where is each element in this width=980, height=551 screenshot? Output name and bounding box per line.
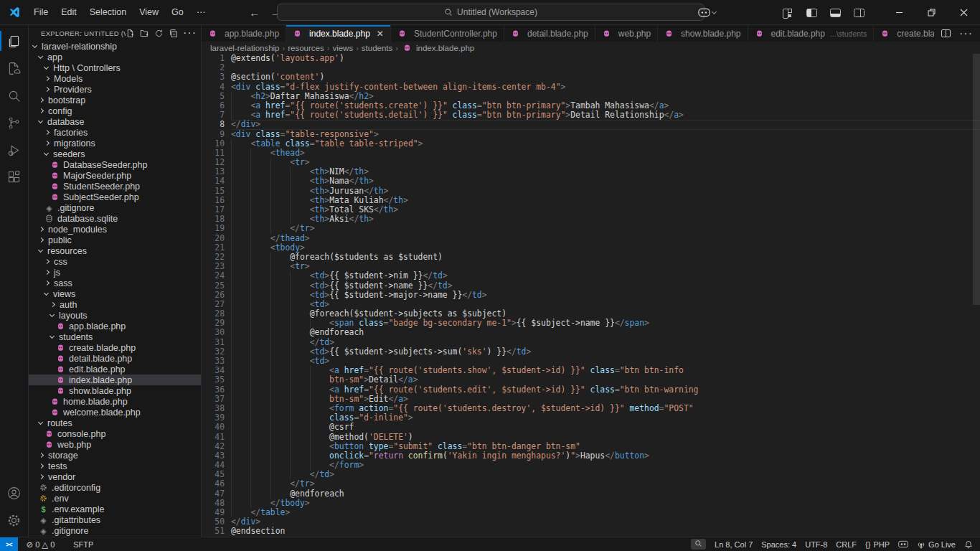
tree-folder-js[interactable]: js — [29, 267, 201, 278]
tree-file-SubjectSeeder.php[interactable]: SubjectSeeder.php — [29, 192, 201, 202]
tree-file-detail.blade.php[interactable]: detail.blade.php — [29, 353, 201, 364]
menu-item-[interactable]: ⋯ — [190, 4, 212, 21]
screencast-zoom-button[interactable] — [691, 539, 706, 550]
indentation-status[interactable]: Spaces: 4 — [757, 537, 801, 551]
tree-folder-public[interactable]: public — [29, 235, 201, 245]
tree-file-.env[interactable]: .env — [29, 493, 201, 504]
problems-status[interactable]: ⊘ 0 △ 0 — [22, 537, 60, 551]
tree-folder-layouts[interactable]: layouts — [29, 310, 201, 321]
tree-folder-resources[interactable]: resources — [29, 245, 201, 256]
collapse-all-icon[interactable] — [169, 29, 178, 38]
menu-item-selection[interactable]: Selection — [83, 4, 133, 21]
editor-scrollbar[interactable] — [973, 54, 980, 305]
tree-file-welcome.blade.php[interactable]: welcome.blade.php — [29, 407, 201, 418]
breadcrumb-item-laravel-relationship[interactable]: laravel-relationship — [210, 44, 280, 52]
nav-back-icon[interactable]: ← — [249, 6, 260, 19]
remote-indicator[interactable]: >< — [0, 537, 18, 551]
tree-file-.editorconfig[interactable]: .editorconfig — [29, 482, 201, 493]
breadcrumb-item-views[interactable]: views — [332, 44, 353, 52]
customize-layout-icon[interactable] — [783, 9, 793, 17]
tab-create.blade.php[interactable]: create.blade.php...\students — [874, 25, 934, 42]
tree-file-DatabaseSeeder.php[interactable]: DatabaseSeeder.php — [29, 159, 201, 170]
tree-file-.env.example[interactable]: $.env.example — [29, 504, 201, 514]
window-minimize-button[interactable] — [883, 1, 915, 25]
new-folder-icon[interactable] — [140, 29, 149, 38]
editor-more-actions-icon[interactable]: ··· — [959, 27, 973, 40]
tree-file-.gitattributes[interactable]: ◈.gitattributes — [29, 514, 201, 525]
tab-web.php[interactable]: web.php — [595, 25, 658, 42]
tree-folder-database[interactable]: database — [29, 116, 201, 127]
tree-folder-Providers[interactable]: Providers — [29, 84, 201, 95]
activitybar-search[interactable] — [0, 82, 29, 109]
copilot-menu[interactable] — [698, 8, 721, 17]
toggle-primary-sidebar-icon[interactable] — [806, 9, 817, 17]
tree-folder-students[interactable]: students — [29, 331, 201, 342]
tree-file-database.sqlite[interactable]: database.sqlite — [29, 213, 201, 224]
tree-folder-sass[interactable]: sass — [29, 278, 201, 288]
activitybar-extensions[interactable] — [0, 164, 29, 191]
tab-close-icon[interactable]: ✕ — [377, 29, 384, 39]
tree-folder-factories[interactable]: factories — [29, 127, 201, 138]
tree-file-create.blade.php[interactable]: create.blade.php — [29, 342, 201, 353]
menu-item-file[interactable]: File — [27, 4, 55, 21]
split-editor-icon[interactable] — [941, 29, 951, 37]
window-close-button[interactable] — [948, 1, 980, 25]
eol-status[interactable]: CRLF — [831, 537, 861, 551]
tree-folder-bootstrap[interactable]: bootstrap — [29, 95, 201, 105]
tree-folder-tests[interactable]: tests — [29, 461, 201, 471]
activitybar-source-control[interactable] — [0, 109, 29, 136]
tab-StudentController.php[interactable]: StudentController.php — [391, 25, 504, 42]
activitybar-settings[interactable] — [0, 507, 29, 534]
tree-folder-migrations[interactable]: migrations — [29, 138, 201, 149]
menu-item-go[interactable]: Go — [165, 4, 190, 21]
tab-edit.blade.php[interactable]: edit.blade.php...\students — [748, 25, 875, 42]
tree-file-edit.blade.php[interactable]: edit.blade.php — [29, 364, 201, 375]
feedback-status[interactable] — [894, 537, 913, 551]
activitybar-account[interactable] — [0, 479, 29, 507]
tab-show.blade.php[interactable]: show.blade.php — [658, 25, 748, 42]
breadcrumb-item-index.blade.php[interactable]: index.blade.php — [416, 44, 474, 52]
tree-file-show.blade.php[interactable]: show.blade.php — [29, 385, 201, 396]
breadcrumb-item-students[interactable]: students — [362, 44, 392, 52]
tree-folder-Http-Controllers[interactable]: Http \ Controllers — [29, 62, 201, 73]
activitybar-run-debug[interactable] — [0, 136, 29, 164]
more-actions-icon[interactable]: ··· — [183, 27, 197, 39]
tree-file-MajorSeeder.php[interactable]: MajorSeeder.php — [29, 170, 201, 181]
toggle-secondary-sidebar-icon[interactable] — [854, 9, 864, 17]
menu-item-view[interactable]: View — [133, 4, 165, 21]
go-live-status[interactable]: Go Live — [913, 537, 960, 551]
tree-folder-auth[interactable]: auth — [29, 299, 201, 310]
tree-folder-css[interactable]: css — [29, 256, 201, 267]
toggle-panel-icon[interactable] — [830, 9, 841, 17]
tree-folder-seeders[interactable]: seeders — [29, 149, 201, 159]
tree-file-console.php[interactable]: console.php — [29, 428, 201, 439]
tree-folder-Models[interactable]: Models — [29, 73, 201, 84]
tree-file-StudentSeeder.php[interactable]: StudentSeeder.php — [29, 181, 201, 192]
tree-folder-node-modules[interactable]: node_modules — [29, 224, 201, 235]
tab-app.blade.php[interactable]: app.blade.php — [202, 25, 286, 42]
new-file-icon[interactable] — [126, 29, 135, 38]
tree-file-.gitignore[interactable]: ◈.gitignore — [29, 525, 201, 536]
tree-file-web.php[interactable]: web.php — [29, 439, 201, 450]
notifications-bell[interactable] — [960, 537, 980, 551]
activitybar-remote-files[interactable] — [0, 55, 29, 82]
encoding-status[interactable]: UTF-8 — [801, 537, 831, 551]
command-center-search[interactable]: Untitled (Workspace) — [277, 4, 705, 21]
tab-detail.blade.php[interactable]: detail.blade.php — [504, 25, 595, 42]
activitybar-explorer[interactable] — [0, 27, 29, 55]
tree-folder-storage[interactable]: storage — [29, 450, 201, 461]
breadcrumb-item-resources[interactable]: resources — [288, 44, 324, 52]
code-editor[interactable]: 1@extends('layouts.app')23@section('cont… — [202, 54, 980, 537]
tab-index.blade.php[interactable]: index.blade.php✕ — [286, 25, 391, 42]
refresh-icon[interactable] — [154, 29, 164, 38]
tree-folder-vendor[interactable]: vendor — [29, 471, 201, 482]
cursor-position[interactable]: Ln 8, Col 7 — [710, 537, 757, 551]
tree-folder-views[interactable]: views — [29, 288, 201, 299]
tree-file-app.blade.php[interactable]: app.blade.php — [29, 321, 201, 331]
tree-folder-routes[interactable]: routes — [29, 418, 201, 428]
sftp-status[interactable]: SFTP — [69, 537, 98, 551]
language-status[interactable]: {} PHP — [861, 537, 894, 551]
tree-folder-app[interactable]: app — [29, 52, 201, 62]
window-restore-button[interactable] — [915, 1, 948, 25]
menu-item-edit[interactable]: Edit — [55, 4, 83, 21]
